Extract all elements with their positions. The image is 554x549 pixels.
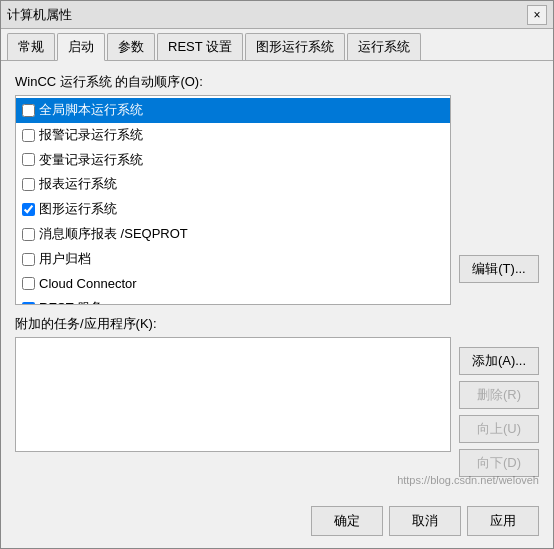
startup-list-box[interactable]: 全局脚本运行系统 报警记录运行系统 变量记录运行系统 报表运行系统 [15, 95, 451, 305]
item-7-label: 用户归档 [39, 249, 91, 270]
item-4-checkbox[interactable] [22, 178, 35, 191]
additional-side-buttons: 添加(A)... 删除(R) 向上(U) 向下(D) [459, 337, 539, 477]
item-6-checkbox[interactable] [22, 228, 35, 241]
list-item[interactable]: 报表运行系统 [16, 172, 450, 197]
tab-general[interactable]: 常规 [7, 33, 55, 60]
list-item[interactable]: 变量记录运行系统 [16, 148, 450, 173]
ok-button[interactable]: 确定 [311, 506, 383, 536]
cancel-button[interactable]: 取消 [389, 506, 461, 536]
startup-side-buttons: 编辑(T)... [459, 95, 539, 305]
tab-bar: 常规 启动 参数 REST 设置 图形运行系统 运行系统 [1, 29, 553, 61]
list-item[interactable]: REST 服务 [16, 296, 450, 305]
item-6-label: 消息顺序报表 /SEQPROT [39, 224, 188, 245]
window-title: 计算机属性 [7, 6, 72, 24]
additional-list-box[interactable] [15, 337, 451, 452]
tab-startup[interactable]: 启动 [57, 33, 105, 61]
tab-rest[interactable]: REST 设置 [157, 33, 243, 60]
remove-button[interactable]: 删除(R) [459, 381, 539, 409]
bottom-buttons: 确定 取消 应用 [1, 498, 553, 548]
item-5-checkbox[interactable] [22, 203, 35, 216]
list-item[interactable]: 全局脚本运行系统 [16, 98, 450, 123]
startup-list-section: 全局脚本运行系统 报警记录运行系统 变量记录运行系统 报表运行系统 [15, 95, 539, 305]
additional-list-section: 添加(A)... 删除(R) 向上(U) 向下(D) [15, 337, 539, 477]
list-item[interactable]: 用户归档 [16, 247, 450, 272]
item-4-label: 报表运行系统 [39, 174, 117, 195]
item-9-checkbox[interactable] [22, 302, 35, 305]
item-1-label: 全局脚本运行系统 [39, 100, 143, 121]
list-item[interactable]: 消息顺序报表 /SEQPROT [16, 222, 450, 247]
tab-params[interactable]: 参数 [107, 33, 155, 60]
content-area: WinCC 运行系统 的自动顺序(O): 全局脚本运行系统 报警记录运行系统 变… [1, 61, 553, 498]
down-button[interactable]: 向下(D) [459, 449, 539, 477]
edit-button[interactable]: 编辑(T)... [459, 255, 539, 283]
list-item[interactable]: 图形运行系统 [16, 197, 450, 222]
additional-section-label: 附加的任务/应用程序(K): [15, 315, 539, 333]
add-button[interactable]: 添加(A)... [459, 347, 539, 375]
list-item[interactable]: 报警记录运行系统 [16, 123, 450, 148]
main-window: 计算机属性 × 常规 启动 参数 REST 设置 图形运行系统 运行系统 Win… [0, 0, 554, 549]
item-8-label: Cloud Connector [39, 274, 137, 295]
item-1-checkbox[interactable] [22, 104, 35, 117]
startup-section: WinCC 运行系统 的自动顺序(O): 全局脚本运行系统 报警记录运行系统 变… [15, 73, 539, 305]
additional-section: 附加的任务/应用程序(K): 添加(A)... 删除(R) 向上(U) 向下(D… [15, 315, 539, 477]
item-3-checkbox[interactable] [22, 153, 35, 166]
tab-runtime[interactable]: 运行系统 [347, 33, 421, 60]
list-item[interactable]: Cloud Connector [16, 272, 450, 297]
startup-section-label: WinCC 运行系统 的自动顺序(O): [15, 73, 539, 91]
up-button[interactable]: 向上(U) [459, 415, 539, 443]
item-2-label: 报警记录运行系统 [39, 125, 143, 146]
title-bar: 计算机属性 × [1, 1, 553, 29]
item-5-label: 图形运行系统 [39, 199, 117, 220]
item-8-checkbox[interactable] [22, 277, 35, 290]
item-2-checkbox[interactable] [22, 129, 35, 142]
item-7-checkbox[interactable] [22, 253, 35, 266]
close-button[interactable]: × [527, 5, 547, 25]
item-3-label: 变量记录运行系统 [39, 150, 143, 171]
item-9-label: REST 服务 [39, 298, 103, 305]
tab-graphics[interactable]: 图形运行系统 [245, 33, 345, 60]
apply-button[interactable]: 应用 [467, 506, 539, 536]
